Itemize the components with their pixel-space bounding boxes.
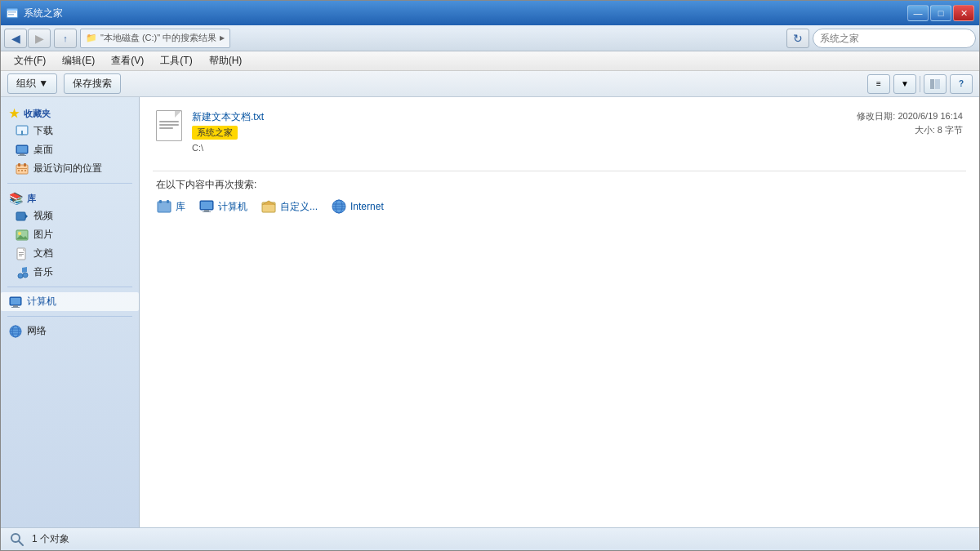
close-button[interactable]: ✕ — [953, 5, 974, 21]
menu-help[interactable]: 帮助(H) — [203, 52, 249, 69]
svg-rect-19 — [24, 170, 26, 171]
doc-line-2 — [159, 124, 179, 126]
breadcrumb-folder[interactable]: 📁 "本地磁盘 (C:)" 中的搜索结果 ▶ — [80, 29, 230, 48]
sidebar-item-music[interactable]: 音乐 — [1, 263, 139, 282]
svg-rect-13 — [16, 165, 28, 174]
computer-icon — [9, 295, 22, 309]
documents-icon — [16, 247, 29, 260]
menu-file[interactable]: 文件(F) — [7, 52, 52, 69]
forward-button[interactable]: ▶ — [28, 29, 51, 48]
svg-rect-26 — [19, 252, 24, 253]
search-input[interactable] — [813, 29, 976, 48]
favorites-title: ★ 收藏夹 — [1, 104, 139, 122]
maximize-button[interactable]: □ — [930, 5, 951, 21]
folder-icon: 📁 — [86, 33, 97, 43]
doc-line-3 — [159, 127, 173, 129]
svg-rect-10 — [17, 146, 27, 153]
svg-rect-41 — [159, 200, 162, 203]
sidebar-item-network[interactable]: 网络 — [1, 322, 139, 340]
sidebar: ★ 收藏夹 下载 — [1, 97, 140, 527]
library-search-icon — [156, 198, 172, 215]
sidebar-item-pictures[interactable]: 图片 — [1, 225, 139, 244]
up-button[interactable]: ↑ — [54, 29, 77, 48]
sidebar-item-download[interactable]: 下载 — [1, 122, 139, 140]
desktop-icon — [16, 144, 29, 157]
content-pane: 新建文本文档.txt 系统之家 C:\ 修改日期: 2020/6/19 16:1… — [140, 97, 979, 527]
video-icon — [16, 210, 29, 223]
details-pane-button[interactable] — [924, 74, 947, 94]
address-bar-area: ◀ ▶ ↑ 📁 "本地磁盘 (C:)" 中的搜索结果 ▶ ↻ — [1, 25, 979, 51]
file-size: 大小: 8 字节 — [832, 124, 963, 136]
help-button[interactable]: ? — [950, 74, 973, 94]
svg-rect-15 — [24, 163, 26, 167]
menu-view[interactable]: 查看(V) — [105, 52, 150, 69]
separator — [920, 76, 920, 92]
file-result-item[interactable]: 新建文本文档.txt 系统之家 C:\ 修改日期: 2020/6/19 16:1… — [153, 105, 966, 158]
svg-rect-16 — [17, 168, 27, 169]
menu-tools[interactable]: 工具(T) — [154, 52, 198, 69]
svg-rect-46 — [203, 211, 211, 212]
view-change-button[interactable]: ≡ — [867, 74, 890, 94]
network-icon — [9, 325, 22, 338]
sidebar-item-documents[interactable]: 文档 — [1, 244, 139, 263]
sidebar-item-desktop[interactable]: 桌面 — [1, 140, 139, 159]
doc-line-1 — [159, 121, 179, 122]
svg-rect-44 — [201, 202, 212, 209]
sidebar-item-video[interactable]: 视频 — [1, 207, 139, 225]
download-icon — [16, 125, 29, 138]
custom-search-label: 自定义... — [280, 200, 318, 214]
size-value: 8 字节 — [938, 125, 963, 135]
file-info: 新建文本文档.txt 系统之家 C:\ — [192, 110, 826, 153]
menu-bar: 文件(F) 编辑(E) 查看(V) 工具(T) 帮助(H) — [1, 51, 979, 71]
window-icon — [6, 7, 19, 20]
back-button[interactable]: ◀ — [4, 29, 27, 48]
svg-rect-20 — [16, 212, 25, 220]
nav-buttons: ◀ ▶ — [4, 29, 51, 48]
view-dropdown-button[interactable]: ▼ — [893, 74, 916, 94]
recent-label: 最近访问的位置 — [33, 162, 102, 176]
refresh-button[interactable]: ↻ — [786, 29, 809, 48]
search-option-custom[interactable]: 自定义... — [261, 198, 318, 215]
file-icon-container — [156, 110, 185, 143]
search-again-options: 库 计算机 — [156, 198, 963, 215]
svg-rect-12 — [18, 155, 26, 156]
sidebar-item-computer[interactable]: 计算机 — [1, 292, 139, 311]
window: 系统之家 — □ ✕ ◀ ▶ ↑ 📁 "本地磁盘 (C:)" 中的搜索结果 ▶ … — [0, 0, 980, 551]
computer-search-label: 计算机 — [218, 200, 247, 214]
computer-search-icon — [198, 198, 215, 215]
file-meta: 修改日期: 2020/6/19 16:14 大小: 8 字节 — [832, 110, 963, 136]
divider-3 — [7, 316, 132, 317]
computer-label: 计算机 — [27, 295, 56, 309]
sidebar-item-recent[interactable]: 最近访问的位置 — [1, 159, 139, 178]
modified-label: 修改日期: — [857, 111, 895, 121]
search-option-internet[interactable]: Internet — [331, 198, 384, 215]
file-modified: 修改日期: 2020/6/19 16:14 — [832, 110, 963, 122]
divider-2 — [7, 287, 132, 287]
file-name: 新建文本文档.txt — [192, 110, 826, 124]
library-icon: 📚 — [9, 192, 23, 205]
internet-search-label: Internet — [350, 201, 384, 212]
search-option-computer[interactable]: 计算机 — [198, 198, 247, 215]
toolbar: 组织 ▼ 保存搜索 ≡ ▼ ? — [1, 71, 979, 97]
svg-rect-14 — [18, 163, 20, 167]
svg-rect-33 — [13, 305, 18, 307]
minimize-button[interactable]: — — [907, 5, 929, 21]
star-icon: ★ — [9, 107, 20, 120]
organize-button[interactable]: 组织 ▼ — [7, 73, 57, 94]
music-label: 音乐 — [33, 265, 53, 279]
search-option-library[interactable]: 库 — [156, 198, 185, 215]
svg-rect-42 — [167, 200, 169, 203]
status-search-icon — [9, 531, 25, 548]
save-search-button[interactable]: 保存搜索 — [64, 73, 121, 94]
custom-search-icon — [261, 198, 277, 215]
svg-rect-32 — [11, 298, 20, 304]
modified-date: 2020/6/19 16:14 — [898, 111, 963, 121]
file-path: C:\ — [192, 143, 826, 153]
address-container: 📁 "本地磁盘 (C:)" 中的搜索结果 ▶ — [80, 29, 783, 48]
search-again-section: 在以下内容中再次搜索: 库 — [153, 171, 966, 221]
path-segment: "本地磁盘 (C:)" 中的搜索结果 — [100, 32, 216, 44]
library-title: 📚 库 — [1, 189, 139, 207]
menu-edit[interactable]: 编辑(E) — [56, 52, 101, 69]
svg-point-29 — [18, 273, 23, 278]
svg-rect-40 — [158, 202, 171, 212]
